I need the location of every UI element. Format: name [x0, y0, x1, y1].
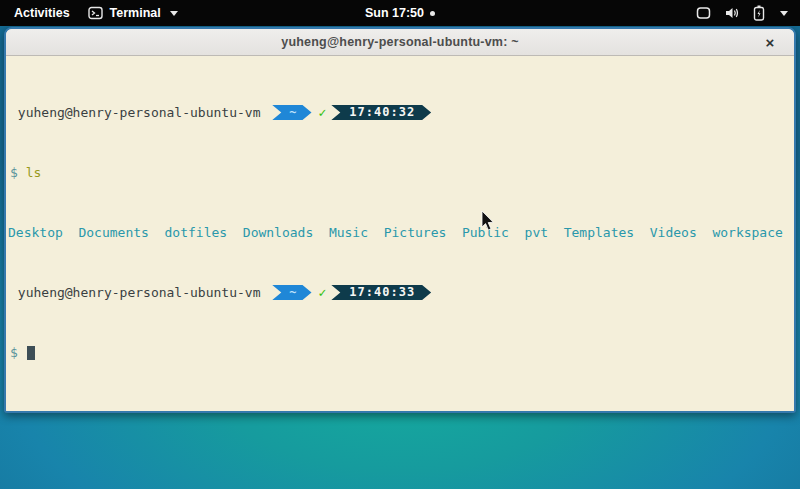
- prompt-time-segment: 17:40:32: [331, 105, 431, 120]
- terminal-cursor: [27, 346, 35, 360]
- window-title: yuheng@henry-personal-ubuntu-vm: ~: [281, 35, 518, 49]
- volume-icon: [724, 6, 740, 20]
- prompt-user: yuheng@henry-personal-ubuntu-vm: [10, 285, 268, 300]
- output-line: Desktop Documents dotfiles Downloads Mus…: [8, 225, 792, 240]
- chevron-down-icon: [170, 11, 178, 16]
- activities-button[interactable]: Activities: [14, 6, 70, 20]
- battery-charging-icon: [753, 5, 765, 21]
- prompt-user: yuheng@henry-personal-ubuntu-vm: [10, 105, 268, 120]
- top-bar-left: Activities Terminal: [0, 6, 178, 20]
- prompt-dollar: $: [10, 345, 18, 360]
- input-line: $: [10, 345, 792, 360]
- prompt-dir-segment: ~: [272, 285, 311, 300]
- prompt-time-segment: 17:40:33: [331, 285, 431, 300]
- app-menu-label: Terminal: [110, 6, 161, 20]
- display-icon: [696, 6, 711, 20]
- app-menu-terminal[interactable]: Terminal: [88, 6, 178, 20]
- prompt-dir-segment: ~: [272, 105, 311, 120]
- chevron-down-icon: [780, 11, 788, 16]
- terminal-icon: [88, 6, 103, 20]
- prompt-line: yuheng@henry-personal-ubuntu-vm ~✓17:40:…: [10, 105, 792, 120]
- terminal-window: yuheng@henry-personal-ubuntu-vm: ~ × yuh…: [4, 27, 796, 413]
- terminal-content[interactable]: yuheng@henry-personal-ubuntu-vm ~✓17:40:…: [6, 56, 794, 411]
- window-titlebar[interactable]: yuheng@henry-personal-ubuntu-vm: ~ ×: [6, 29, 794, 56]
- prompt-line: yuheng@henry-personal-ubuntu-vm ~✓17:40:…: [10, 285, 792, 300]
- prompt-dollar: $: [10, 165, 18, 180]
- notification-dot: [430, 11, 435, 16]
- system-status-area[interactable]: [696, 5, 800, 21]
- command-line: $ ls: [10, 165, 792, 180]
- check-icon: ✓: [319, 105, 327, 120]
- clock[interactable]: Sun 17:50: [365, 6, 424, 20]
- ls-output: Desktop Documents dotfiles Downloads Mus…: [8, 225, 783, 240]
- top-bar: Activities Terminal Sun 17:50: [0, 0, 800, 26]
- check-icon: ✓: [319, 285, 327, 300]
- close-button[interactable]: ×: [758, 29, 782, 56]
- typed-command: ls: [26, 165, 42, 180]
